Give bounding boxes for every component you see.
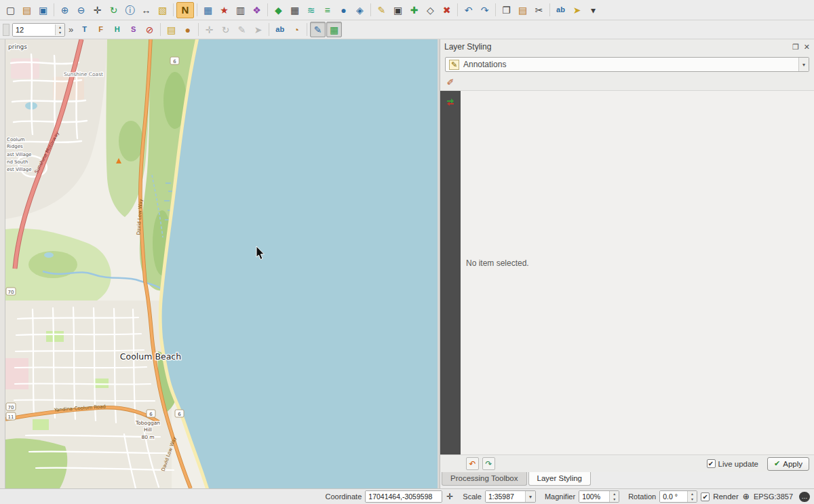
layer-selector-combo[interactable]: ✎ Annotations ▾ xyxy=(445,57,809,72)
font-size-arrows[interactable]: ▴ ▾ xyxy=(55,24,64,35)
add-wms-layer-button[interactable]: ● xyxy=(336,2,351,18)
refresh-icon: ↻ xyxy=(110,5,118,15)
text-annotation-button[interactable]: T xyxy=(77,22,92,37)
render-checkbox[interactable]: ✔ xyxy=(701,492,710,501)
labeling-toolbar-button[interactable]: ab xyxy=(553,2,568,18)
add-raster-icon: ▦ xyxy=(290,5,299,15)
save-project-icon: ▣ xyxy=(39,5,47,15)
new-map-view-button[interactable]: ▦ xyxy=(200,2,216,18)
svg-annotation-icon: S xyxy=(131,26,136,33)
add-mesh-layer-button[interactable]: ≋ xyxy=(303,2,319,18)
crs-status-button[interactable]: EPSG:3857 xyxy=(754,492,793,501)
open-project-button[interactable]: ▤ xyxy=(19,2,35,18)
move-label-button[interactable]: ✛ xyxy=(201,22,217,37)
spin-up-icon[interactable]: ▴ xyxy=(56,24,64,30)
spin-down-icon[interactable]: ▾ xyxy=(610,497,619,502)
zoom-in-button[interactable]: ⊕ xyxy=(57,2,73,18)
style-redo-button[interactable]: ↷ xyxy=(482,457,495,470)
new-layout-button[interactable]: ▥ xyxy=(233,2,248,18)
add-postgis-layer-button[interactable]: ◈ xyxy=(352,2,368,18)
unpin-label-button[interactable]: ➤ xyxy=(250,22,266,37)
form-annotation-button[interactable]: F xyxy=(93,22,109,37)
toolbar-overflow-button[interactable]: ▾ xyxy=(585,2,601,18)
scale-input[interactable] xyxy=(486,490,525,503)
duplicate-layer-button[interactable]: ▤ xyxy=(163,22,179,37)
tab-layer-styling[interactable]: Layer Styling xyxy=(528,472,591,486)
rotation-spinbox[interactable]: ▴▾ xyxy=(659,490,697,503)
scale-combobox[interactable]: ▾ xyxy=(485,490,536,503)
pin-annotation-button[interactable]: ● xyxy=(180,22,195,37)
toggle-editing-button[interactable]: ✎ xyxy=(374,2,389,18)
bookmarks-button[interactable]: ★ xyxy=(216,2,232,18)
delete-selected-button[interactable]: ✖ xyxy=(439,2,454,18)
style-undo-button[interactable]: ↶ xyxy=(466,457,479,470)
annotation-style-tab[interactable] xyxy=(442,93,459,111)
toolbar-extension-button[interactable]: » xyxy=(66,24,76,35)
layer-diagram-options-button[interactable]: ◔ xyxy=(288,22,304,37)
tab-processing-toolbox[interactable]: Processing Toolbox xyxy=(442,472,527,486)
close-panel-icon[interactable]: ✕ xyxy=(804,43,810,52)
spin-down-icon[interactable]: ▾ xyxy=(56,30,64,35)
toolbar-grip[interactable] xyxy=(3,24,9,36)
float-panel-icon[interactable]: ❐ xyxy=(792,43,799,52)
html-annotation-button[interactable]: H xyxy=(109,22,125,37)
add-feature-button[interactable]: ✚ xyxy=(406,2,422,18)
add-vector-layer-button[interactable]: ◆ xyxy=(271,2,286,18)
layer-labeling-options-button[interactable]: ab xyxy=(272,22,288,37)
add-delimited-text-button[interactable]: ≡ xyxy=(319,2,335,18)
identify-features-button[interactable]: ⓘ xyxy=(122,2,138,18)
chevron-down-icon[interactable]: ▾ xyxy=(525,491,535,502)
add-raster-layer-button[interactable]: ▦ xyxy=(287,2,303,18)
magnifier-input[interactable] xyxy=(579,490,609,503)
copy-features-button[interactable]: ❐ xyxy=(499,2,514,18)
new-project-button[interactable]: ▢ xyxy=(3,2,18,18)
unpin-label-icon: ➤ xyxy=(254,25,263,35)
save-project-button[interactable]: ▣ xyxy=(35,2,51,18)
toolbar-separator xyxy=(267,3,268,16)
pan-map-button[interactable]: ✛ xyxy=(90,2,105,18)
pin-labels-button[interactable]: ➤ xyxy=(569,2,585,18)
chevron-down-icon[interactable]: ▾ xyxy=(798,58,809,71)
rotate-label-button[interactable]: ↻ xyxy=(218,22,233,37)
messages-button[interactable]: … xyxy=(799,492,810,502)
font-size-spinbox[interactable]: ▴ ▾ xyxy=(12,23,65,37)
crs-globe-icon[interactable]: ⊕ xyxy=(742,492,750,501)
font-size-input[interactable] xyxy=(13,24,55,36)
redo-button[interactable]: ↷ xyxy=(477,2,492,18)
undo-button[interactable]: ↶ xyxy=(461,2,476,18)
rotation-input[interactable] xyxy=(660,490,687,503)
spin-up-icon[interactable]: ▴ xyxy=(688,491,697,497)
apply-button[interactable]: ✔ Apply xyxy=(767,457,809,471)
live-update-checkbox[interactable]: ✔ xyxy=(707,459,716,468)
symbology-button[interactable]: ✐ xyxy=(444,75,457,89)
spin-down-icon[interactable]: ▾ xyxy=(688,497,697,502)
north-arrow-plugin-button[interactable]: N xyxy=(176,2,194,18)
coordinate-capture-icon[interactable]: ✛ xyxy=(446,492,454,501)
coordinate-input[interactable] xyxy=(366,490,442,503)
save-edits-button[interactable]: ▣ xyxy=(390,2,406,18)
refresh-map-button[interactable]: ↻ xyxy=(106,2,121,18)
select-features-button[interactable]: ▧ xyxy=(155,2,170,18)
annotation-layer-properties-button[interactable]: ▦ xyxy=(326,22,342,37)
render-label[interactable]: Render xyxy=(713,492,739,501)
live-update-label[interactable]: Live update xyxy=(718,460,758,468)
toolbar-separator xyxy=(370,3,371,16)
magnifier-spinbox[interactable]: ▴▾ xyxy=(579,490,619,503)
zoom-out-button[interactable]: ⊖ xyxy=(73,2,89,18)
svg-annotation-button[interactable]: S xyxy=(125,22,141,37)
add-feature-icon: ✚ xyxy=(410,5,419,15)
measure-button[interactable]: ↔ xyxy=(138,2,154,18)
add-delimited-icon: ≡ xyxy=(324,5,330,15)
style-manager-button[interactable]: ❖ xyxy=(249,2,265,18)
remove-annotation-button[interactable]: ⊘ xyxy=(142,22,157,37)
vertex-tool-button[interactable]: ◇ xyxy=(423,2,438,18)
cut-features-button[interactable]: ✂ xyxy=(531,2,547,18)
edit-annotation-button[interactable]: ✎ xyxy=(310,22,326,37)
change-label-button[interactable]: ✎ xyxy=(234,22,250,37)
map-canvas[interactable]: 6 6 6 70 70 11 Sunshine Motorway David L… xyxy=(5,39,438,488)
spin-up-icon[interactable]: ▴ xyxy=(610,491,619,497)
left-dock-edge[interactable] xyxy=(0,39,5,488)
bookmark-icon: ★ xyxy=(220,5,229,15)
toolbar-separator xyxy=(198,23,199,36)
paste-features-button[interactable]: ▤ xyxy=(515,2,530,18)
